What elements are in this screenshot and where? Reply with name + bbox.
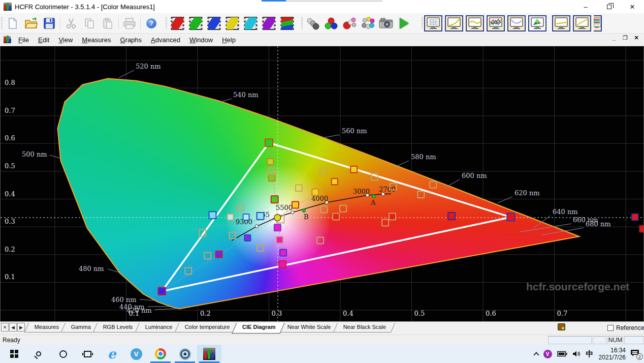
red-saturation-measure-button[interactable] — [340, 15, 359, 32]
internet-explorer-button[interactable]: e — [100, 345, 124, 363]
taskbar-clock[interactable]: 16:34 2021/7/26 — [599, 347, 626, 361]
v-app-button[interactable]: V — [124, 345, 148, 363]
rgb-levels-view-button[interactable] — [466, 15, 484, 32]
cie-diagram-view-button[interactable] — [528, 15, 546, 32]
watermark-text: hcfr.sourceforge.net — [526, 281, 629, 292]
histogram-view-button-partial[interactable] — [594, 15, 602, 32]
background-window-strip-2 — [286, 0, 382, 2]
battery-icon[interactable] — [557, 351, 567, 357]
tab-scroll-left-button[interactable]: ◀ — [9, 323, 17, 331]
tab-close-button[interactable]: ✕ — [1, 323, 9, 331]
reference-target-marker — [382, 220, 389, 226]
green-filter-icon — [189, 17, 203, 30]
task-view-button[interactable] — [75, 345, 100, 363]
gamma-view-button[interactable] — [445, 15, 463, 32]
wave-monitor-icon — [468, 17, 482, 30]
rgb-primaries-measure-button[interactable] — [322, 15, 340, 32]
reference-target-marker — [229, 232, 236, 239]
notification-button[interactable]: 2 — [631, 349, 641, 358]
menu-file[interactable]: File — [14, 35, 34, 45]
menu-advanced[interactable]: Advanced — [146, 35, 185, 45]
saturation-sweep-line — [190, 218, 277, 229]
magenta-filter-icon — [262, 17, 276, 30]
cyan-pattern-button[interactable] — [241, 15, 260, 32]
measure-marker — [216, 251, 222, 258]
num-lock-indicator: NUM — [607, 336, 623, 344]
mdi-close-button[interactable]: ✕ — [633, 35, 640, 41]
measure-marker — [507, 214, 514, 221]
reference-checkbox[interactable]: Reference — [607, 324, 644, 331]
yellow-pattern-button[interactable] — [223, 15, 241, 32]
save-button[interactable] — [40, 15, 58, 32]
mdi-child-icon — [4, 36, 11, 43]
menu-edit[interactable]: Edit — [34, 35, 54, 45]
tab-scroll-right-button[interactable]: ▶ — [17, 323, 25, 331]
mdi-restore-button[interactable]: ❐ — [622, 35, 629, 41]
tab-near-white-scale[interactable]: Near White Scale — [277, 323, 340, 332]
windows-logo-icon — [10, 350, 18, 358]
magenta-pattern-button[interactable] — [260, 15, 278, 32]
ime-indicator[interactable]: 中 — [586, 349, 594, 359]
copy-button[interactable] — [80, 15, 99, 32]
cut-button[interactable] — [62, 15, 80, 32]
measure-marker — [639, 226, 644, 232]
tray-v-icon[interactable]: V — [543, 350, 552, 358]
color-tracking-view-button[interactable] — [487, 15, 505, 32]
status-bar: Ready NUM — [0, 335, 644, 345]
help-button[interactable]: ? — [142, 15, 160, 32]
new-button[interactable] — [4, 15, 22, 32]
search-button[interactable] — [26, 345, 51, 363]
chrome-button[interactable] — [148, 345, 173, 363]
capture-button[interactable] — [377, 15, 395, 32]
color-checker-measure-button[interactable] — [359, 15, 377, 32]
cortana-button[interactable] — [51, 345, 75, 363]
task-view-icon — [84, 351, 91, 357]
restore-button[interactable] — [597, 0, 621, 13]
menu-view[interactable]: View — [54, 35, 77, 45]
rgb-filter-icon — [280, 17, 294, 30]
reference-label: Reference — [616, 324, 644, 331]
hcfr-taskbar-button[interactable] — [197, 345, 221, 363]
paste-button[interactable] — [99, 15, 117, 32]
print-button[interactable] — [120, 15, 139, 32]
tray-expand-icon[interactable] — [533, 352, 539, 357]
tab-color-temperature[interactable]: Color temperature — [175, 323, 239, 332]
open-button[interactable] — [22, 15, 40, 32]
menu-graphs[interactable]: Graphs — [115, 35, 146, 45]
menu-help[interactable]: Help — [217, 35, 240, 45]
measures-grid-view-button[interactable] — [424, 15, 442, 32]
tab-near-black-scale[interactable]: Near Black Scale — [333, 323, 395, 332]
eye-app-icon — [179, 348, 191, 360]
red-pattern-button[interactable] — [168, 15, 186, 32]
near-white-view-button[interactable] — [552, 15, 570, 32]
temperature-label: 5500 — [276, 204, 293, 211]
gamma-monitor-icon — [447, 17, 461, 30]
near-black-monitor-icon — [575, 17, 589, 30]
green-pattern-button[interactable] — [186, 15, 205, 32]
speaker-icon[interactable] — [572, 350, 581, 357]
eye-app-button[interactable] — [173, 345, 197, 363]
measure-marker — [333, 213, 339, 220]
measure-marker — [274, 224, 281, 231]
measure-marker — [292, 202, 299, 208]
menu-measures[interactable]: Measures — [77, 35, 115, 45]
start-button[interactable] — [2, 345, 26, 363]
wavelength-leader-line — [498, 197, 512, 203]
menu-window[interactable]: Window — [185, 35, 217, 45]
tab-cie-diagram[interactable]: CIE Diagram — [232, 323, 285, 334]
help-icon: ? — [146, 18, 156, 28]
illuminant-B — [302, 208, 306, 212]
luminance-view-button[interactable] — [507, 15, 526, 32]
near-black-view-button[interactable] — [573, 15, 591, 32]
run-measures-button[interactable] — [395, 15, 413, 32]
measure-marker — [269, 175, 275, 182]
blue-pattern-button[interactable] — [205, 15, 223, 32]
rgb-pattern-button[interactable] — [278, 15, 296, 32]
rgb-lines-monitor-icon — [489, 17, 503, 30]
play-icon — [400, 18, 409, 29]
mdi-minimize-button[interactable]: _ — [610, 35, 618, 41]
checkbox-icon[interactable] — [607, 325, 614, 331]
minimize-button[interactable]: – — [574, 0, 597, 13]
close-button[interactable]: ✕ — [621, 0, 644, 13]
gray-scale-measure-button[interactable] — [304, 15, 322, 32]
